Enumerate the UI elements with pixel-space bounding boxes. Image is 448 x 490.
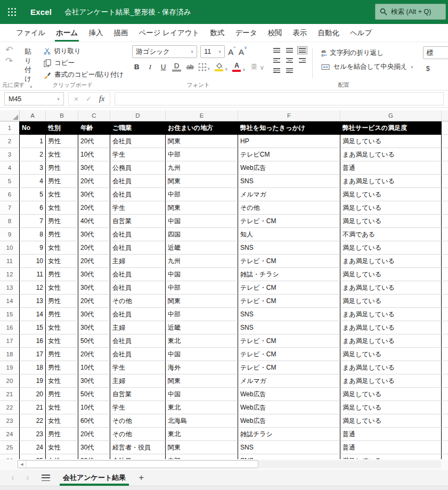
table-cell[interactable]: 6 <box>20 201 46 215</box>
table-cell[interactable]: 16 <box>20 334 46 348</box>
table-cell[interactable]: 14 <box>20 308 46 321</box>
currency-format-button[interactable]: $ <box>423 64 448 72</box>
row-header-22[interactable]: 22 <box>0 401 20 414</box>
table-cell[interactable]: 中部 <box>166 281 238 295</box>
table-cell[interactable]: 24 <box>20 441 46 454</box>
table-header-cell[interactable]: No <box>20 121 46 135</box>
table-cell[interactable]: 10 <box>20 255 46 268</box>
table-cell[interactable]: 満足している <box>340 414 442 428</box>
ribbon-tab-ファイル[interactable]: ファイル <box>11 24 51 42</box>
table-cell[interactable]: 近畿 <box>166 321 238 334</box>
table-cell[interactable]: 主婦 <box>110 321 166 334</box>
table-cell[interactable]: まあ満足している <box>340 361 442 374</box>
merge-center-button[interactable]: セルを結合して中央揃え ∨ <box>321 62 413 71</box>
table-cell[interactable]: 女性 <box>46 334 78 348</box>
table-header-cell[interactable]: 弊社を知ったきっかけ <box>238 121 340 135</box>
align-right-button[interactable] <box>297 56 307 64</box>
column-header-G[interactable]: G <box>340 110 442 121</box>
table-cell[interactable]: Web広告 <box>238 401 340 414</box>
undo-button[interactable]: ↶ <box>5 45 13 54</box>
table-cell[interactable]: 20代 <box>78 454 110 459</box>
align-bottom-button[interactable] <box>297 46 307 54</box>
row-header-11[interactable]: 11 <box>0 255 20 268</box>
horizontal-scrollbar[interactable]: ◀ <box>0 459 448 470</box>
table-cell[interactable]: 九州 <box>166 255 238 268</box>
row-header-25[interactable]: 25 <box>0 441 20 454</box>
align-middle-button[interactable] <box>284 46 295 54</box>
table-cell[interactable]: 男性 <box>46 268 78 281</box>
table-cell[interactable]: 21 <box>20 401 46 414</box>
row-header-1[interactable]: 1 <box>0 121 20 135</box>
table-cell[interactable]: 20代 <box>78 175 110 188</box>
table-cell[interactable]: 30代 <box>78 321 110 334</box>
table-cell[interactable]: 学生 <box>110 401 166 414</box>
table-cell[interactable]: 男性 <box>46 308 78 321</box>
table-cell[interactable]: 男性 <box>46 295 78 308</box>
table-header-cell[interactable]: ご職業 <box>110 121 166 135</box>
table-cell[interactable]: その他 <box>110 428 166 441</box>
bold-button[interactable]: B <box>132 63 141 71</box>
table-cell[interactable]: 20代 <box>78 348 110 361</box>
table-cell[interactable]: まあ満足している <box>340 374 442 388</box>
table-cell[interactable]: 主婦 <box>110 255 166 268</box>
table-cell[interactable]: 18 <box>20 361 46 374</box>
table-cell[interactable]: 女性 <box>46 401 78 414</box>
table-cell[interactable]: 中国 <box>166 388 238 401</box>
wrap-text-button[interactable]: abc↩ 文字列の折り返し <box>321 48 413 58</box>
ribbon-tab-表示[interactable]: 表示 <box>288 24 313 42</box>
increase-indent-button[interactable]: → <box>284 67 295 75</box>
table-cell[interactable]: 30代 <box>78 281 110 295</box>
table-cell[interactable]: 会社員 <box>110 334 166 348</box>
sheet-prev-button[interactable]: ‹ <box>6 473 19 483</box>
table-cell[interactable]: テレビCM <box>238 148 340 161</box>
column-header-F[interactable]: F <box>238 110 340 121</box>
table-cell[interactable]: まあ満足している <box>340 281 442 295</box>
add-sheet-button[interactable]: + <box>139 472 144 483</box>
table-cell[interactable]: SNS <box>238 454 340 459</box>
table-cell[interactable]: 40代 <box>78 215 110 228</box>
table-cell[interactable]: 男性 <box>46 228 78 241</box>
table-cell[interactable]: 30代 <box>78 308 110 321</box>
row-header-10[interactable]: 10 <box>0 241 20 255</box>
redo-button[interactable]: ↷ <box>5 56 13 66</box>
table-cell[interactable]: 主婦 <box>110 374 166 388</box>
table-cell[interactable]: 九州 <box>166 161 238 175</box>
table-cell[interactable]: 普通 <box>340 428 442 441</box>
table-cell[interactable]: 20代 <box>78 428 110 441</box>
table-cell[interactable]: 関東 <box>166 441 238 454</box>
table-cell[interactable]: 中国 <box>166 268 238 281</box>
table-cell[interactable]: 15 <box>20 321 46 334</box>
table-cell[interactable]: 女性 <box>46 454 78 459</box>
table-cell[interactable]: 60代 <box>78 414 110 428</box>
row-header-2[interactable]: 2 <box>0 135 20 148</box>
row-header-4[interactable]: 4 <box>0 161 20 175</box>
row-header-24[interactable]: 24 <box>0 428 20 441</box>
column-header-C[interactable]: C <box>78 110 110 121</box>
table-cell[interactable]: 20代 <box>78 241 110 255</box>
row-header-26[interactable]: 26 <box>0 454 20 459</box>
table-cell[interactable]: その他 <box>238 201 340 215</box>
sheet-tab-active[interactable]: 会社アンケート結果 <box>60 471 129 486</box>
table-cell[interactable]: 中部 <box>166 454 238 459</box>
row-header-8[interactable]: 8 <box>0 215 20 228</box>
table-cell[interactable]: メルマガ <box>238 374 340 388</box>
table-cell[interactable]: 10代 <box>78 401 110 414</box>
table-cell[interactable]: 30代 <box>78 441 110 454</box>
row-header-20[interactable]: 20 <box>0 374 20 388</box>
table-cell[interactable]: 22 <box>20 414 46 428</box>
table-cell[interactable]: まあ満足している <box>340 255 442 268</box>
table-cell[interactable]: 四国 <box>166 228 238 241</box>
table-cell[interactable]: 知人 <box>238 228 340 241</box>
table-cell[interactable]: 25 <box>20 454 46 459</box>
hscroll-thumb[interactable]: ◀ <box>18 460 258 468</box>
table-cell[interactable]: 東北 <box>166 334 238 348</box>
table-cell[interactable]: 1 <box>20 135 46 148</box>
table-cell[interactable]: HP <box>238 135 340 148</box>
align-top-button[interactable] <box>272 46 282 54</box>
increase-font-size-button[interactable]: A^ <box>228 47 235 56</box>
table-cell[interactable]: 雑誌チラシ <box>238 428 340 441</box>
table-cell[interactable]: 学生 <box>110 361 166 374</box>
table-cell[interactable]: 13 <box>20 295 46 308</box>
column-header-A[interactable]: A <box>20 110 46 121</box>
column-header-B[interactable]: B <box>46 110 78 121</box>
